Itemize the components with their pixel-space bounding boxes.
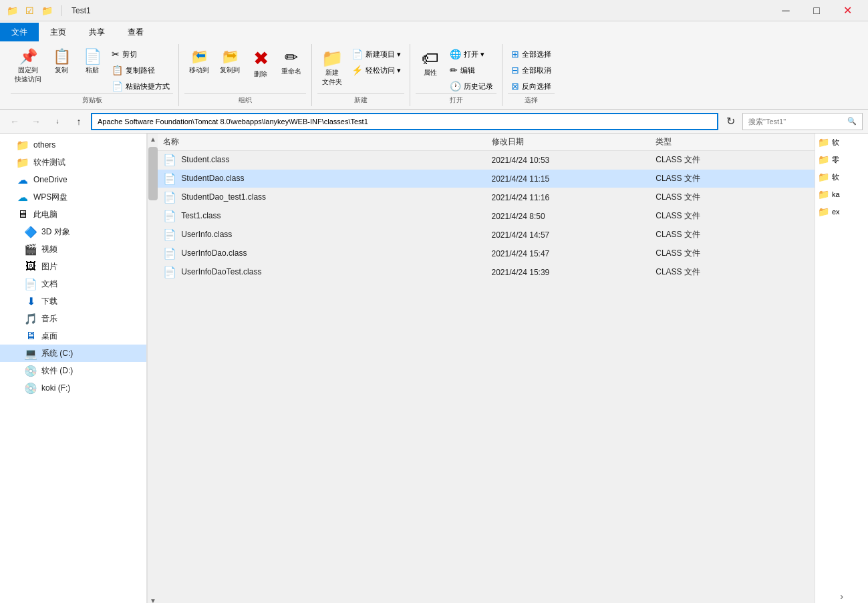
sidebar-item-desktop[interactable]: 🖥 桌面 xyxy=(0,327,146,345)
copy-label: 复制 xyxy=(55,65,68,75)
tab-view[interactable]: 查看 xyxy=(116,23,155,41)
folder-icon-2: 📁 xyxy=(40,4,53,17)
refresh-button[interactable]: ↻ xyxy=(721,112,740,131)
back-button[interactable]: ← xyxy=(5,112,24,131)
col-modified[interactable]: 修改日期 xyxy=(486,134,651,151)
tab-share[interactable]: 共享 xyxy=(78,23,116,41)
cut-icon: ✂ xyxy=(112,49,120,59)
address-input[interactable] xyxy=(91,113,718,130)
sidebar-item-kokif[interactable]: 💿 koki (F:) xyxy=(0,379,146,397)
up-button[interactable]: ↑ xyxy=(69,112,88,131)
copy-to-icon: 📁 ➡ xyxy=(221,49,239,64)
tab-file[interactable]: 文件 xyxy=(0,23,39,41)
table-row[interactable]: 📄 StudentDao.class 2021/4/24 11:15 CLASS… xyxy=(158,170,815,188)
sidebar-label-others: others xyxy=(33,140,55,150)
scrollbar-thumb[interactable] xyxy=(148,147,158,200)
copy-button[interactable]: 📋 复制 xyxy=(47,47,76,77)
sidebar-item-onedrive[interactable]: ☁ OneDrive xyxy=(0,171,146,188)
main-area: 📁 others 📁 软件测试 ☁ OneDrive ☁ WPS网盘 🖥 此电脑… xyxy=(0,134,868,603)
recent-locations-button[interactable]: ↓ xyxy=(48,112,67,131)
table-row[interactable]: 📄 UserInfo.class 2021/4/24 14:57 CLASS 文… xyxy=(158,226,815,244)
sidebar-label-download: 下载 xyxy=(41,296,57,307)
panel-item-label: 软 xyxy=(832,172,839,182)
sidebar-item-music[interactable]: 🎵 音乐 xyxy=(0,310,146,327)
expand-panel-area: › xyxy=(815,587,868,603)
edit-button[interactable]: ✏ 编辑 xyxy=(446,63,496,77)
col-name[interactable]: 名称 xyxy=(158,134,486,151)
new-folder-button[interactable]: 📁 新建文件夹 xyxy=(317,47,347,89)
right-panel-item[interactable]: 📁ka xyxy=(815,186,868,203)
delete-icon: ✖ xyxy=(253,49,269,68)
paste-button[interactable]: 📄 粘贴 xyxy=(78,47,107,77)
column-headers: 名称 修改日期 类型 xyxy=(158,134,815,151)
easy-access-button[interactable]: ⚡ 轻松访问 ▾ xyxy=(348,63,404,77)
table-row[interactable]: 📄 UserInfoDao.class 2021/4/24 15:47 CLAS… xyxy=(158,244,815,263)
right-panel-item[interactable]: 📁软 xyxy=(815,168,868,186)
history-label: 历史记录 xyxy=(464,81,493,91)
pin-button[interactable]: 📌 固定到快速访问 xyxy=(11,47,45,87)
right-panel-spacer xyxy=(815,220,868,587)
softd-icon: 💿 xyxy=(24,365,37,377)
cut-button[interactable]: ✂ 剪切 xyxy=(108,47,173,61)
table-row[interactable]: 📄 Student.class 2021/4/24 10:53 CLASS 文件 xyxy=(158,151,815,170)
file-modified-cell: 2021/4/24 15:39 xyxy=(486,263,651,282)
history-button[interactable]: 🕐 历史记录 xyxy=(446,79,496,93)
move-to-button[interactable]: 📁 ⬅ 移动到 xyxy=(184,47,214,77)
systemc-icon: 💻 xyxy=(24,347,37,360)
sidebar-item-picture[interactable]: 🖼 图片 xyxy=(0,258,146,275)
sidebar-item-systemc[interactable]: 💻 系统 (C:) xyxy=(0,345,146,362)
file-type-cell: CLASS 文件 xyxy=(650,151,815,170)
sidebar-item-softd[interactable]: 💿 软件 (D:) xyxy=(0,362,146,379)
deselect-all-button[interactable]: ⊟ 全部取消 xyxy=(508,63,555,77)
copy-to-button[interactable]: 📁 ➡ 复制到 xyxy=(215,47,245,77)
sidebar: 📁 others 📁 软件测试 ☁ OneDrive ☁ WPS网盘 🖥 此电脑… xyxy=(0,134,147,603)
copy-path-button[interactable]: 📋 复制路径 xyxy=(108,63,173,77)
document-icon: 📄 xyxy=(24,278,37,290)
paste-shortcut-button[interactable]: 📄 粘贴快捷方式 xyxy=(108,79,173,93)
copy-path-icon: 📋 xyxy=(112,65,123,75)
title-separator xyxy=(61,5,62,16)
sidebar-item-3d[interactable]: 🔷 3D 对象 xyxy=(0,223,146,240)
sidebar-item-wps[interactable]: ☁ WPS网盘 xyxy=(0,188,146,206)
folder-softtest-icon: 📁 xyxy=(16,156,29,169)
delete-label: 删除 xyxy=(254,69,267,79)
col-type[interactable]: 类型 xyxy=(650,134,815,151)
table-row[interactable]: 📄 Test1.class 2021/4/24 8:50 CLASS 文件 xyxy=(158,207,815,226)
forward-button[interactable]: → xyxy=(27,112,45,131)
sidebar-item-video[interactable]: 🎬 视频 xyxy=(0,240,146,258)
sidebar-label-onedrive: OneDrive xyxy=(33,175,67,184)
minimize-button[interactable]: ─ xyxy=(770,0,801,21)
panel-folder-icon: 📁 xyxy=(818,172,829,182)
sidebar-scrollbar[interactable]: ▲ ▼ xyxy=(147,134,158,603)
paste-label: 粘贴 xyxy=(86,65,99,75)
tab-home[interactable]: 主页 xyxy=(39,23,78,41)
sidebar-item-download[interactable]: ⬇ 下载 xyxy=(0,292,146,310)
file-name-cell: 📄 Student.class xyxy=(158,151,486,170)
right-panel-item[interactable]: 📁软 xyxy=(815,134,868,151)
maximize-button[interactable]: □ xyxy=(801,0,832,21)
scrollbar-up[interactable]: ▲ xyxy=(148,134,158,144)
window-title: Test1 xyxy=(66,6,770,15)
expand-panel-button[interactable]: › xyxy=(835,590,849,603)
close-button[interactable]: ✕ xyxy=(832,0,863,21)
right-panel-item[interactable]: 📁零 xyxy=(815,151,868,168)
sidebar-item-others[interactable]: 📁 others xyxy=(0,136,146,154)
select-all-button[interactable]: ⊞ 全部选择 xyxy=(508,47,555,61)
table-row[interactable]: 📄 StudentDao_test1.class 2021/4/24 11:16… xyxy=(158,188,815,207)
copy-icon: 📋 xyxy=(53,49,71,64)
scrollbar-down[interactable]: ▼ xyxy=(148,595,158,603)
sidebar-label-picture: 图片 xyxy=(41,261,57,272)
rename-button[interactable]: ✏ 重命名 xyxy=(277,47,306,79)
new-item-button[interactable]: 📄 新建项目 ▾ xyxy=(348,47,404,61)
sidebar-item-softtest[interactable]: 📁 软件测试 xyxy=(0,154,146,171)
sidebar-item-thispc[interactable]: 🖥 此电脑 xyxy=(0,206,146,223)
sidebar-item-document[interactable]: 📄 文档 xyxy=(0,275,146,292)
select-all-icon: ⊞ xyxy=(511,49,519,59)
delete-button[interactable]: ✖ 删除 xyxy=(246,47,275,81)
properties-button[interactable]: 🏷 属性 xyxy=(416,47,445,80)
table-row[interactable]: 📄 UserInfoDaoTest.class 2021/4/24 15:39 … xyxy=(158,263,815,282)
open-button[interactable]: 🌐 打开 ▾ xyxy=(446,47,496,61)
right-panel-item[interactable]: 📁ex xyxy=(815,203,868,220)
invert-selection-button[interactable]: ⊠ 反向选择 xyxy=(508,79,555,93)
search-input[interactable] xyxy=(748,118,847,126)
